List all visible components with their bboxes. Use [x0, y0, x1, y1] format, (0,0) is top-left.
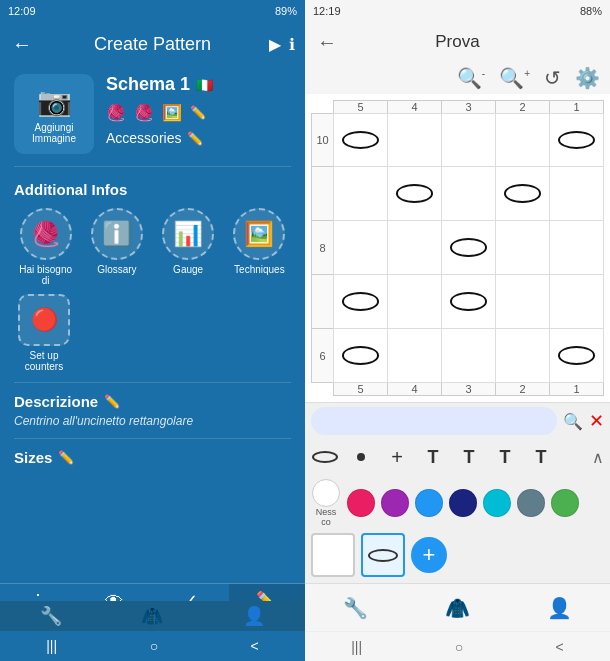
divider-2 — [14, 382, 291, 383]
cell-10-4[interactable] — [388, 113, 442, 167]
cell-9-5[interactable] — [333, 167, 388, 221]
stitch-oval-picker[interactable] — [361, 533, 405, 577]
right-back-button[interactable]: ← — [317, 31, 337, 54]
left-status-right: 89% — [275, 5, 297, 17]
stitch-oval-sym[interactable] — [311, 443, 339, 471]
cell-6-3[interactable] — [442, 329, 496, 383]
scroll-up-sym[interactable]: ∧ — [592, 448, 604, 467]
left-back-button[interactable]: ← — [12, 33, 32, 56]
right-toolbar: 🔍- 🔍+ ↺ ⚙️ — [305, 62, 610, 94]
left-time: 12:09 — [8, 5, 36, 17]
tools-icon-bottom[interactable]: 🔧 — [40, 605, 62, 627]
cell-8-3[interactable] — [442, 221, 496, 275]
right-nav-menu[interactable]: ||| — [351, 639, 362, 655]
cell-8-1[interactable] — [550, 221, 604, 275]
stitch-blank-picker[interactable] — [311, 533, 355, 577]
cell-7-5[interactable] — [333, 275, 388, 329]
stitch-needle1-sym[interactable]: T — [419, 443, 447, 471]
cell-6-1[interactable] — [550, 329, 604, 383]
add-stitch-button[interactable]: + — [411, 537, 447, 573]
info-icon[interactable]: ℹ — [289, 35, 295, 54]
info-item-gauge[interactable]: 📊 Gauge — [157, 208, 220, 286]
vest-icon-bottom[interactable]: 🧥 — [141, 605, 163, 627]
row-header-6: 6 — [311, 329, 333, 383]
info-item-setup[interactable]: 🔴 Set up counters — [14, 294, 74, 372]
accessories-label: Accessories — [106, 130, 181, 146]
cell-9-side: 9 — [550, 167, 604, 221]
flag-icon: 🇮🇹 — [196, 77, 213, 93]
cell-10-2[interactable] — [496, 113, 550, 167]
right-nav-person[interactable]: 👤 — [508, 584, 610, 631]
cell-10-1[interactable] — [550, 113, 604, 167]
color-blue[interactable] — [415, 489, 443, 517]
search-icon[interactable]: 🔍 — [563, 412, 583, 431]
schema-edit-icon[interactable]: ✏️ — [190, 105, 206, 120]
zoom-out-icon[interactable]: 🔍- — [457, 66, 485, 90]
cell-8-2[interactable] — [496, 221, 550, 275]
person-icon-bottom[interactable]: 👤 — [243, 605, 265, 627]
settings-icon[interactable]: ⚙️ — [575, 66, 600, 90]
zoom-in-icon[interactable]: 🔍+ — [499, 66, 530, 90]
left-nav-back[interactable]: < — [251, 638, 259, 654]
color-pink[interactable] — [347, 489, 375, 517]
no-color-item[interactable]: Ness co — [311, 479, 341, 527]
sizes-edit-icon[interactable]: ✏️ — [58, 450, 74, 465]
cell-7-4[interactable] — [388, 275, 442, 329]
cell-9-2[interactable] — [496, 167, 550, 221]
cell-6-2[interactable] — [496, 329, 550, 383]
left-android-nav: ||| ○ < — [0, 631, 305, 661]
stitch-needle2-sym[interactable]: T — [455, 443, 483, 471]
right-nav-home[interactable]: ○ — [455, 639, 463, 655]
right-status-right: 88% — [580, 5, 602, 17]
cell-9-4[interactable] — [388, 167, 442, 221]
accessories-edit-icon[interactable]: ✏️ — [187, 131, 203, 146]
color-dark-blue[interactable] — [449, 489, 477, 517]
image-icon: 🖼️ — [162, 103, 182, 122]
cell-7-3[interactable] — [442, 275, 496, 329]
cell-7-2[interactable] — [496, 275, 550, 329]
color-grey[interactable] — [517, 489, 545, 517]
stitch-plus-sym[interactable]: + — [383, 443, 411, 471]
schema-title: Schema 1 — [106, 74, 190, 95]
search-row: 🔍 ✕ — [311, 407, 604, 435]
bottom-col-header-1: 1 — [550, 383, 604, 396]
setup-icon: 🔴 — [31, 307, 58, 333]
schema-image-box[interactable]: 📷 Aggiungi Immagine — [14, 74, 94, 154]
right-vest-icon: 🧥 — [445, 596, 470, 620]
needle3-symbol: T — [500, 447, 511, 468]
left-nav-home[interactable]: ○ — [150, 638, 158, 654]
info-item-glossary[interactable]: ℹ️ Glossary — [85, 208, 148, 286]
left-header: ← Create Pattern ▶ ℹ — [0, 22, 305, 66]
right-battery: 88% — [580, 5, 602, 17]
left-nav-menu[interactable]: ||| — [46, 638, 57, 654]
stitch-dot-sym[interactable] — [347, 443, 375, 471]
col-header-4: 4 — [388, 100, 442, 113]
description-edit-icon[interactable]: ✏️ — [104, 394, 120, 409]
techniques-label: Techniques — [234, 264, 285, 275]
info-item-hai-bisogno[interactable]: 🧶 Hai bisogno di — [14, 208, 77, 286]
rotate-icon[interactable]: ↺ — [544, 66, 561, 90]
info-item-techniques[interactable]: 🖼️ Techniques — [228, 208, 291, 286]
color-green[interactable] — [551, 489, 579, 517]
color-cyan[interactable] — [483, 489, 511, 517]
search-input-pill[interactable] — [311, 407, 557, 435]
cell-8-5[interactable] — [333, 221, 388, 275]
cell-6-4[interactable] — [388, 329, 442, 383]
color-purple[interactable] — [381, 489, 409, 517]
stitch-picker-oval-symbol — [368, 549, 398, 562]
stitch-needle4-sym[interactable]: T — [527, 443, 555, 471]
right-nav-vest[interactable]: 🧥 — [407, 584, 509, 631]
glossary-circle: ℹ️ — [91, 208, 143, 260]
cell-10-5[interactable] — [333, 113, 388, 167]
cell-8-4[interactable] — [388, 221, 442, 275]
play-icon[interactable]: ▶ — [269, 35, 281, 54]
cell-9-3[interactable] — [442, 167, 496, 221]
right-nav-back[interactable]: < — [556, 639, 564, 655]
description-section: Descrizione ✏️ Centrino all'uncinetto re… — [0, 387, 305, 434]
right-nav-tools[interactable]: 🔧 — [305, 584, 407, 631]
cell-6-5[interactable] — [333, 329, 388, 383]
row-header-10: 10 — [311, 113, 333, 167]
close-red-button[interactable]: ✕ — [589, 410, 604, 432]
stitch-needle3-sym[interactable]: T — [491, 443, 519, 471]
cell-10-3[interactable] — [442, 113, 496, 167]
